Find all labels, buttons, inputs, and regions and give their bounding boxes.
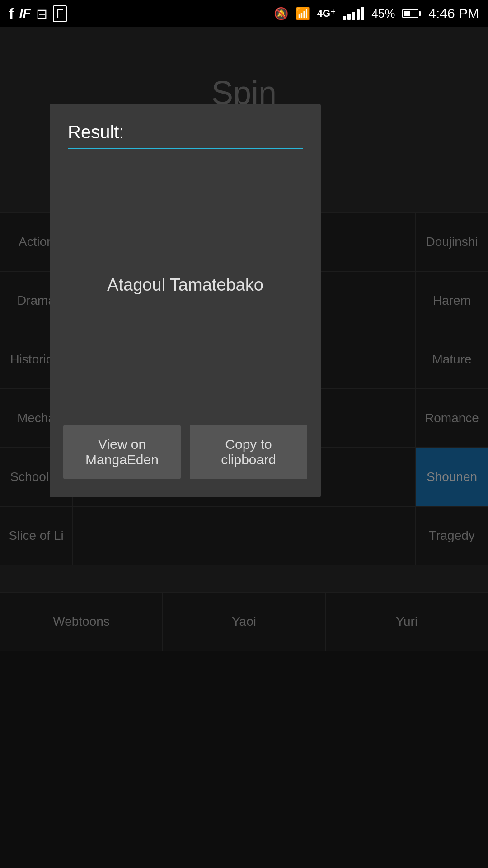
view-mangaeden-button[interactable]: View on MangaEden [63, 425, 181, 479]
result-text: Atagoul Tamatebako [107, 275, 263, 295]
network-4g-icon: 4G⁺ [317, 8, 336, 19]
status-time: 4:46 PM [428, 6, 479, 21]
bookmark-f-icon: F [53, 5, 67, 22]
modal-buttons: View on MangaEden Copy to clipboard [50, 425, 321, 484]
result-label: Result: [68, 122, 303, 142]
facebook-icon: f [9, 5, 14, 22]
status-left-icons: f IF ⊟ F [9, 5, 67, 22]
battery-icon [402, 9, 421, 18]
signal-bars [343, 7, 364, 20]
status-right-icons: 🔕 📶 4G⁺ 45% 4:46 PM [274, 6, 479, 21]
wifi-icon: 📶 [296, 7, 310, 21]
modal-content: Atagoul Tamatebako [50, 149, 321, 420]
if-icon: IF [19, 6, 31, 21]
status-bar: f IF ⊟ F 🔕 📶 4G⁺ 45% 4:46 PM [0, 0, 488, 27]
tune-icon: ⊟ [36, 6, 47, 22]
copy-clipboard-button[interactable]: Copy to clipboard [190, 425, 307, 479]
modal-header: Result: [50, 104, 321, 149]
battery-percent: 45% [371, 7, 395, 21]
mute-icon: 🔕 [274, 7, 288, 21]
result-modal: Result: Atagoul Tamatebako View on Manga… [50, 104, 321, 497]
